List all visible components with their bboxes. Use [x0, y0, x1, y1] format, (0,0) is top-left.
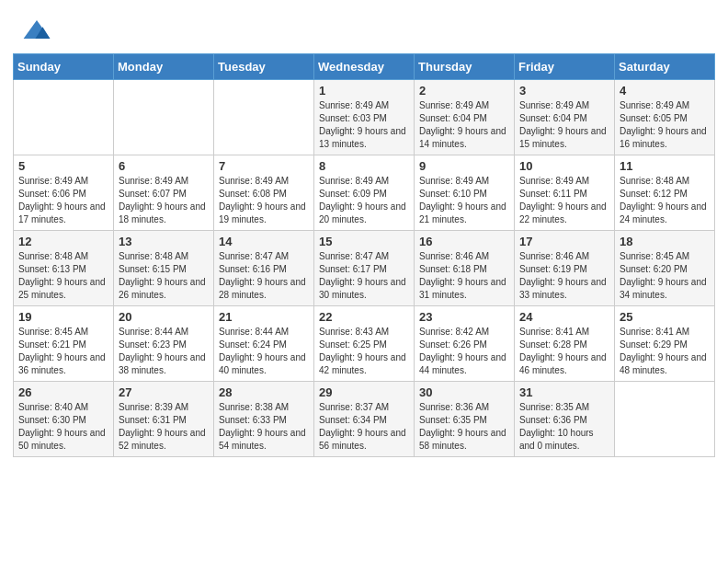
day-cell-27: 27Sunrise: 8:39 AM Sunset: 6:31 PM Dayli…: [114, 382, 214, 457]
day-cell-13: 13Sunrise: 8:48 AM Sunset: 6:15 PM Dayli…: [114, 231, 214, 306]
day-cell-25: 25Sunrise: 8:41 AM Sunset: 6:29 PM Dayli…: [615, 306, 715, 382]
day-number-11: 11: [620, 159, 710, 173]
weekday-header-friday: Friday: [515, 54, 615, 80]
day-info-5: Sunrise: 8:49 AM Sunset: 6:06 PM Dayligh…: [18, 175, 108, 226]
day-info-3: Sunrise: 8:49 AM Sunset: 6:04 PM Dayligh…: [519, 99, 609, 151]
weekday-header-sunday: Sunday: [14, 54, 114, 80]
day-info-10: Sunrise: 8:49 AM Sunset: 6:11 PM Dayligh…: [519, 175, 609, 226]
day-number-16: 16: [419, 235, 509, 248]
day-number-22: 22: [319, 310, 409, 324]
day-cell-2: 2Sunrise: 8:49 AM Sunset: 6:04 PM Daylig…: [415, 80, 515, 155]
day-info-26: Sunrise: 8:40 AM Sunset: 6:30 PM Dayligh…: [18, 401, 108, 453]
day-info-24: Sunrise: 8:41 AM Sunset: 6:28 PM Dayligh…: [519, 326, 609, 377]
day-info-25: Sunrise: 8:41 AM Sunset: 6:29 PM Dayligh…: [620, 326, 710, 377]
day-number-4: 4: [620, 84, 710, 98]
day-cell-14: 14Sunrise: 8:47 AM Sunset: 6:16 PM Dayli…: [214, 231, 314, 306]
weekday-header-wednesday: Wednesday: [314, 54, 415, 80]
day-info-2: Sunrise: 8:49 AM Sunset: 6:04 PM Dayligh…: [419, 99, 509, 151]
page-container: SundayMondayTuesdayWednesdayThursdayFrid…: [0, 0, 728, 470]
day-number-29: 29: [319, 385, 409, 399]
day-number-14: 14: [219, 235, 309, 248]
empty-cell: [114, 80, 214, 155]
day-number-26: 26: [18, 385, 108, 399]
day-cell-18: 18Sunrise: 8:45 AM Sunset: 6:20 PM Dayli…: [615, 231, 715, 306]
day-cell-4: 4Sunrise: 8:49 AM Sunset: 6:05 PM Daylig…: [615, 80, 715, 155]
calendar-wrapper: SundayMondayTuesdayWednesdayThursdayFrid…: [0, 53, 728, 470]
day-number-5: 5: [18, 159, 108, 173]
weekday-header-monday: Monday: [114, 54, 214, 80]
day-number-6: 6: [119, 159, 209, 173]
day-info-15: Sunrise: 8:47 AM Sunset: 6:17 PM Dayligh…: [319, 250, 409, 302]
calendar-table: SundayMondayTuesdayWednesdayThursdayFrid…: [13, 53, 715, 457]
day-number-1: 1: [319, 84, 409, 98]
week-row-1: 1Sunrise: 8:49 AM Sunset: 6:03 PM Daylig…: [14, 80, 715, 155]
day-info-16: Sunrise: 8:46 AM Sunset: 6:18 PM Dayligh…: [419, 250, 509, 302]
day-number-10: 10: [519, 159, 609, 173]
weekday-header-saturday: Saturday: [615, 54, 715, 80]
day-info-9: Sunrise: 8:49 AM Sunset: 6:10 PM Dayligh…: [419, 175, 509, 226]
day-info-14: Sunrise: 8:47 AM Sunset: 6:16 PM Dayligh…: [219, 250, 309, 302]
day-info-18: Sunrise: 8:45 AM Sunset: 6:20 PM Dayligh…: [620, 250, 710, 302]
day-number-28: 28: [219, 385, 309, 399]
day-number-23: 23: [419, 310, 509, 324]
day-info-31: Sunrise: 8:35 AM Sunset: 6:36 PM Dayligh…: [519, 401, 609, 453]
day-info-1: Sunrise: 8:49 AM Sunset: 6:03 PM Dayligh…: [319, 99, 409, 151]
day-info-20: Sunrise: 8:44 AM Sunset: 6:23 PM Dayligh…: [119, 326, 209, 377]
day-info-27: Sunrise: 8:39 AM Sunset: 6:31 PM Dayligh…: [119, 401, 209, 453]
day-cell-16: 16Sunrise: 8:46 AM Sunset: 6:18 PM Dayli…: [415, 231, 515, 306]
weekday-row: SundayMondayTuesdayWednesdayThursdayFrid…: [14, 54, 715, 80]
day-cell-15: 15Sunrise: 8:47 AM Sunset: 6:17 PM Dayli…: [314, 231, 415, 306]
empty-cell: [14, 80, 114, 155]
day-info-28: Sunrise: 8:38 AM Sunset: 6:33 PM Dayligh…: [219, 401, 309, 453]
week-row-4: 19Sunrise: 8:45 AM Sunset: 6:21 PM Dayli…: [14, 306, 715, 382]
day-cell-8: 8Sunrise: 8:49 AM Sunset: 6:09 PM Daylig…: [314, 155, 415, 231]
day-cell-11: 11Sunrise: 8:48 AM Sunset: 6:12 PM Dayli…: [615, 155, 715, 231]
day-number-30: 30: [419, 385, 509, 399]
empty-cell: [214, 80, 314, 155]
day-info-13: Sunrise: 8:48 AM Sunset: 6:15 PM Dayligh…: [119, 250, 209, 302]
day-number-7: 7: [219, 159, 309, 173]
day-cell-9: 9Sunrise: 8:49 AM Sunset: 6:10 PM Daylig…: [415, 155, 515, 231]
day-cell-1: 1Sunrise: 8:49 AM Sunset: 6:03 PM Daylig…: [314, 80, 415, 155]
day-cell-12: 12Sunrise: 8:48 AM Sunset: 6:13 PM Dayli…: [14, 231, 114, 306]
day-number-24: 24: [519, 310, 609, 324]
day-number-2: 2: [419, 84, 509, 98]
weekday-header-thursday: Thursday: [415, 54, 515, 80]
week-row-5: 26Sunrise: 8:40 AM Sunset: 6:30 PM Dayli…: [14, 382, 715, 457]
day-info-6: Sunrise: 8:49 AM Sunset: 6:07 PM Dayligh…: [119, 175, 209, 226]
day-number-25: 25: [620, 310, 710, 324]
day-cell-22: 22Sunrise: 8:43 AM Sunset: 6:25 PM Dayli…: [314, 306, 415, 382]
day-info-21: Sunrise: 8:44 AM Sunset: 6:24 PM Dayligh…: [219, 326, 309, 377]
week-row-3: 12Sunrise: 8:48 AM Sunset: 6:13 PM Dayli…: [14, 231, 715, 306]
day-number-21: 21: [219, 310, 309, 324]
day-cell-7: 7Sunrise: 8:49 AM Sunset: 6:08 PM Daylig…: [214, 155, 314, 231]
day-info-19: Sunrise: 8:45 AM Sunset: 6:21 PM Dayligh…: [18, 326, 108, 377]
day-number-17: 17: [519, 235, 609, 248]
day-info-11: Sunrise: 8:48 AM Sunset: 6:12 PM Dayligh…: [620, 175, 710, 226]
day-number-27: 27: [119, 385, 209, 399]
day-number-13: 13: [119, 235, 209, 248]
day-cell-5: 5Sunrise: 8:49 AM Sunset: 6:06 PM Daylig…: [14, 155, 114, 231]
day-number-19: 19: [18, 310, 108, 324]
day-cell-17: 17Sunrise: 8:46 AM Sunset: 6:19 PM Dayli…: [515, 231, 615, 306]
day-number-15: 15: [319, 235, 409, 248]
day-cell-3: 3Sunrise: 8:49 AM Sunset: 6:04 PM Daylig…: [515, 80, 615, 155]
day-cell-26: 26Sunrise: 8:40 AM Sunset: 6:30 PM Dayli…: [14, 382, 114, 457]
day-cell-19: 19Sunrise: 8:45 AM Sunset: 6:21 PM Dayli…: [14, 306, 114, 382]
logo: [22, 17, 55, 46]
day-cell-29: 29Sunrise: 8:37 AM Sunset: 6:34 PM Dayli…: [314, 382, 415, 457]
day-info-22: Sunrise: 8:43 AM Sunset: 6:25 PM Dayligh…: [319, 326, 409, 377]
logo-icon: [22, 17, 51, 46]
header: [0, 0, 728, 53]
calendar-body: 1Sunrise: 8:49 AM Sunset: 6:03 PM Daylig…: [14, 80, 715, 457]
day-number-3: 3: [519, 84, 609, 98]
day-info-23: Sunrise: 8:42 AM Sunset: 6:26 PM Dayligh…: [419, 326, 509, 377]
day-number-18: 18: [620, 235, 710, 248]
day-info-4: Sunrise: 8:49 AM Sunset: 6:05 PM Dayligh…: [620, 99, 710, 151]
day-number-20: 20: [119, 310, 209, 324]
day-info-29: Sunrise: 8:37 AM Sunset: 6:34 PM Dayligh…: [319, 401, 409, 453]
day-number-31: 31: [519, 385, 609, 399]
day-number-8: 8: [319, 159, 409, 173]
day-cell-31: 31Sunrise: 8:35 AM Sunset: 6:36 PM Dayli…: [515, 382, 615, 457]
day-cell-10: 10Sunrise: 8:49 AM Sunset: 6:11 PM Dayli…: [515, 155, 615, 231]
